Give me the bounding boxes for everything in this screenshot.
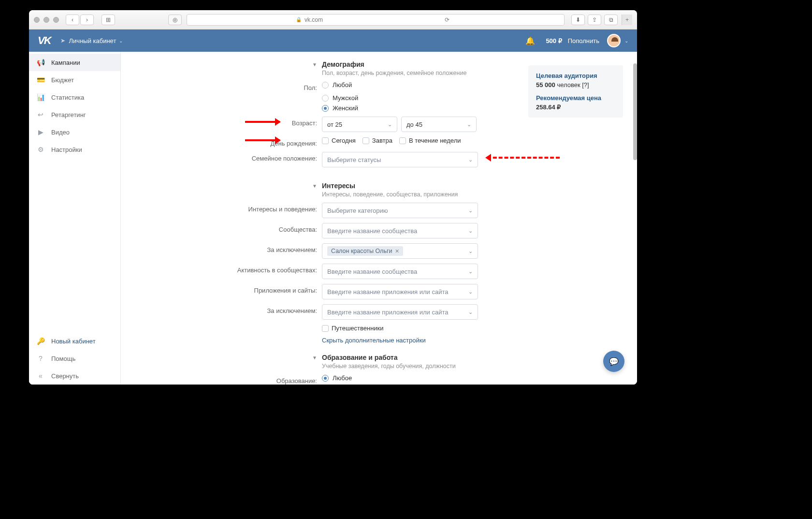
section-education-subtitle: Учебные заведения, годы обучения, должно… [322, 363, 637, 370]
sidebar-item-video[interactable]: ▶ Видео [29, 123, 120, 141]
education-any-radio[interactable]: Любое [322, 374, 352, 382]
audience-unit: человек [?] [557, 81, 589, 89]
minimize-window-icon[interactable] [44, 17, 49, 23]
sidebar-item-statistics[interactable]: 📊 Статистика [29, 89, 120, 106]
tabs-overview-button[interactable]: ⊞ [102, 15, 115, 25]
topup-link[interactable]: Пополнить [568, 37, 599, 44]
chevron-down-icon: ⌄ [119, 38, 123, 44]
bell-icon[interactable]: 🔔 [525, 36, 535, 45]
chevron-down-icon: ⌄ [468, 157, 473, 163]
balance-value: 500 ₽ [546, 37, 562, 44]
family-status-select[interactable]: Выберите статусы⌄ [322, 152, 478, 167]
audience-title: Целевая аудитория [536, 72, 615, 79]
chevron-down-icon: ⌄ [467, 121, 471, 128]
education-label: Образование: [121, 374, 322, 385]
chevron-down-icon: ⌄ [388, 121, 392, 128]
help-icon: ? [37, 355, 44, 362]
download-button[interactable]: ⬇ [571, 15, 585, 25]
except-tag[interactable]: Салон красоты Ольги✕ [327, 246, 403, 256]
gear-icon: ⚙ [37, 146, 44, 153]
caret-down-icon[interactable]: ▼ [312, 183, 317, 189]
birthday-week-checkbox[interactable]: В течение недели [399, 137, 461, 144]
account-dropdown[interactable]: Личный кабинет ⌄ [69, 37, 123, 44]
forward-button[interactable]: › [80, 15, 94, 25]
age-from-select[interactable]: от 25⌄ [322, 117, 397, 132]
tabs-button[interactable]: ⧉ [604, 15, 618, 25]
chevron-down-icon: ⌄ [468, 228, 473, 234]
travelers-checkbox[interactable]: Путешественники [322, 325, 384, 332]
price-title: Рекомендуемая цена [536, 94, 615, 102]
chevron-down-icon: ⌄ [468, 208, 473, 214]
section-interests-subtitle: Интересы, поведение, сообщества, приложе… [322, 191, 637, 198]
except2-label: За исключением: [121, 304, 322, 314]
communities-select[interactable]: Введите название сообщества⌄ [322, 223, 478, 238]
close-window-icon[interactable] [34, 17, 40, 23]
vk-logo-icon[interactable]: VK [38, 34, 51, 47]
behavior-select[interactable]: Выберите категорию⌄ [322, 203, 478, 218]
except-apps-select[interactable]: Введите название приложения или сайта⌄ [322, 304, 478, 320]
browser-window: ‹ › ⊞ ◎ 🔒 vk.com ⟳ ⬇ ⇪ ⧉ + VK ➤ Личный к… [29, 10, 637, 385]
behavior-label: Интересы и поведение: [121, 203, 322, 213]
megaphone-icon: 📢 [37, 59, 44, 66]
share-button[interactable]: ⇪ [588, 15, 601, 25]
chat-fab[interactable]: 💬 [603, 351, 624, 372]
gender-female-radio[interactable]: Женский [322, 104, 358, 112]
sidebar-item-settings[interactable]: ⚙ Настройки [29, 141, 120, 158]
url-host: vk.com [304, 16, 323, 23]
sidebar-item-label: Статистика [51, 94, 84, 101]
chevron-down-icon[interactable]: ⌄ [624, 38, 628, 44]
window-controls[interactable] [34, 17, 59, 23]
gender-any-radio[interactable]: Любой [322, 81, 352, 89]
scrollbar[interactable] [633, 63, 637, 252]
key-icon: 🔑 [37, 337, 44, 345]
sidebar-item-label: Новый кабинет [51, 338, 96, 345]
sidebar-item-new-cabinet[interactable]: 🔑 Новый кабинет [29, 332, 120, 350]
gender-male-radio[interactable]: Мужской [322, 94, 358, 102]
extension-button[interactable]: ◎ [168, 15, 182, 25]
sidebar-item-label: Бюджет [51, 76, 74, 84]
undo-icon: ↩ [37, 111, 44, 119]
browser-toolbar: ‹ › ⊞ ◎ 🔒 vk.com ⟳ ⬇ ⇪ ⧉ + [29, 10, 637, 30]
gender-label: Пол: [121, 81, 322, 91]
caret-down-icon[interactable]: ▼ [312, 62, 317, 67]
chevron-down-icon: ⌄ [468, 289, 473, 295]
annotation-arrow [245, 121, 280, 123]
audience-line: 55 000 человек [?] [536, 81, 615, 89]
new-tab-button[interactable]: + [622, 15, 632, 25]
communities-label: Сообщества: [121, 223, 322, 233]
family-label: Семейное положение: [121, 152, 322, 162]
avatar[interactable] [607, 34, 621, 47]
sidebar-item-retargeting[interactable]: ↩ Ретаргетинг [29, 106, 120, 123]
activity-label: Активность в сообществах: [121, 264, 322, 274]
reload-icon[interactable]: ⟳ [445, 16, 450, 23]
age-label: Возраст: [121, 117, 322, 127]
collapse-icon: « [37, 372, 44, 380]
back-button[interactable]: ‹ [66, 15, 79, 25]
sidebar: 📢 Кампании 💳 Бюджет 📊 Статистика ↩ Ретар… [29, 52, 121, 385]
birthday-today-checkbox[interactable]: Сегодня [322, 137, 356, 144]
chevron-down-icon: ⌄ [468, 248, 473, 254]
hide-advanced-link[interactable]: Скрыть дополнительные настройки [322, 337, 426, 344]
page-body: 📢 Кампании 💳 Бюджет 📊 Статистика ↩ Ретар… [29, 52, 637, 385]
apps-select[interactable]: Введите название приложения или сайта⌄ [322, 284, 478, 299]
play-icon: ▶ [37, 128, 44, 136]
sidebar-item-collapse[interactable]: « Свернуть [29, 367, 120, 385]
activity-select[interactable]: Введите название сообщества⌄ [322, 264, 478, 279]
main-content: Целевая аудитория 55 000 человек [?] Рек… [121, 52, 637, 385]
sidebar-item-budget[interactable]: 💳 Бюджет [29, 71, 120, 89]
address-bar[interactable]: 🔒 vk.com ⟳ [187, 14, 565, 26]
birthday-tomorrow-checkbox[interactable]: Завтра [362, 137, 392, 144]
audience-summary: Целевая аудитория 55 000 человек [?] Рек… [528, 65, 623, 118]
sidebar-item-help[interactable]: ? Помощь [29, 350, 120, 367]
tag-remove-icon[interactable]: ✕ [395, 248, 399, 254]
caret-down-icon[interactable]: ▼ [312, 355, 317, 360]
bars-icon: 📊 [37, 93, 44, 101]
age-to-select[interactable]: до 45⌄ [401, 117, 477, 132]
birthday-label: День рождения: [121, 137, 322, 147]
section-interests-title: Интересы [322, 182, 637, 190]
sidebar-item-campaigns[interactable]: 📢 Кампании [29, 54, 120, 71]
maximize-window-icon[interactable] [53, 17, 59, 23]
except-select[interactable]: Салон красоты Ольги✕ ⌄ [322, 243, 478, 259]
chat-icon: 💬 [609, 357, 619, 366]
wallet-icon: 💳 [37, 76, 44, 84]
